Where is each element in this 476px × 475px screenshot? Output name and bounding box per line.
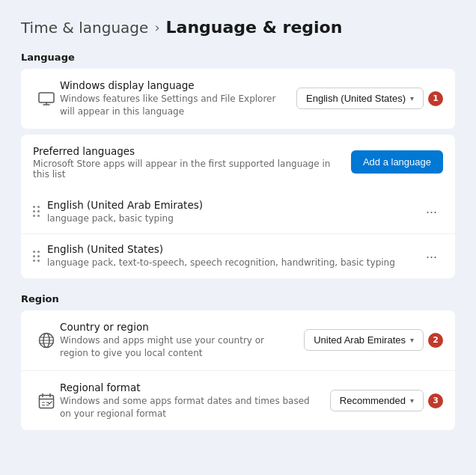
display-language-badge: 1	[428, 91, 443, 106]
language-item-name: English (United Arab Emirates)	[47, 199, 420, 211]
regional-format-action: Recommended ▾ 3	[330, 390, 443, 411]
language-list-item: English (United States) language pack, t…	[21, 234, 455, 278]
display-language-card: Windows display language Windows feature…	[21, 69, 455, 129]
calendar-format-icon	[33, 393, 60, 409]
language-list-item: English (United Arab Emirates) language …	[21, 190, 455, 235]
language-item-content: English (United Arab Emirates) language …	[47, 199, 420, 225]
country-region-desc: Windows and apps might use your country …	[60, 334, 295, 360]
preferred-languages-title: Preferred languages	[33, 145, 342, 157]
language-item-name: English (United States)	[47, 243, 420, 255]
display-language-select[interactable]: English (United States) ▾	[296, 88, 424, 109]
drag-handle-icon[interactable]	[33, 206, 40, 217]
regional-format-badge: 3	[428, 393, 443, 408]
country-region-row: Country or region Windows and apps might…	[21, 310, 455, 371]
display-language-row: Windows display language Windows feature…	[21, 69, 455, 129]
regional-format-row: Regional format Windows and some apps fo…	[21, 371, 455, 431]
drag-handle-icon[interactable]	[33, 251, 40, 262]
breadcrumb-current: Language & region	[166, 18, 343, 37]
regional-format-title: Regional format	[60, 381, 321, 393]
language-item-content: English (United States) language pack, t…	[47, 243, 420, 269]
language-item-detail: language pack, text-to-speech, speech re…	[47, 257, 420, 269]
language-item-more-button[interactable]: ···	[420, 247, 443, 266]
regional-format-content: Regional format Windows and some apps fo…	[60, 381, 321, 420]
preferred-languages-card: Preferred languages Microsoft Store apps…	[21, 135, 455, 279]
country-region-select[interactable]: United Arab Emirates ▾	[304, 329, 424, 351]
regional-format-desc: Windows and some apps format dates and t…	[60, 395, 321, 420]
display-language-action: English (United States) ▾ 1	[296, 88, 443, 109]
display-language-title: Windows display language	[60, 79, 287, 91]
language-section-label: Language	[21, 52, 455, 63]
region-section-label: Region	[21, 293, 455, 304]
country-region-title: Country or region	[60, 321, 295, 333]
regional-format-select[interactable]: Recommended ▾	[330, 390, 424, 411]
add-language-action: Add a language	[351, 150, 443, 174]
region-card: Country or region Windows and apps might…	[21, 310, 455, 430]
country-region-content: Country or region Windows and apps might…	[60, 321, 295, 360]
country-region-action: United Arab Emirates ▾ 2	[304, 329, 443, 351]
country-region-badge: 2	[428, 333, 443, 348]
preferred-languages-header: Preferred languages Microsoft Store apps…	[21, 135, 455, 190]
language-item-more-button[interactable]: ···	[420, 202, 443, 221]
chevron-down-icon: ▾	[410, 94, 414, 102]
breadcrumb-parent[interactable]: Time & language	[21, 19, 148, 37]
display-language-desc: Windows features like Settings and File …	[60, 93, 287, 118]
language-item-detail: language pack, basic typing	[47, 212, 420, 225]
globe-icon	[33, 332, 60, 349]
monitor-icon	[33, 92, 60, 105]
chevron-down-icon: ▾	[410, 396, 414, 405]
display-language-content: Windows display language Windows feature…	[60, 79, 287, 118]
preferred-languages-content: Preferred languages Microsoft Store apps…	[33, 145, 342, 180]
chevron-down-icon: ▾	[410, 336, 414, 344]
add-language-button[interactable]: Add a language	[351, 150, 443, 174]
breadcrumb: Time & language › Language & region	[21, 18, 455, 37]
breadcrumb-separator: ›	[154, 19, 159, 35]
svg-rect-0	[39, 93, 54, 102]
preferred-languages-desc: Microsoft Store apps will appear in the …	[33, 159, 342, 180]
